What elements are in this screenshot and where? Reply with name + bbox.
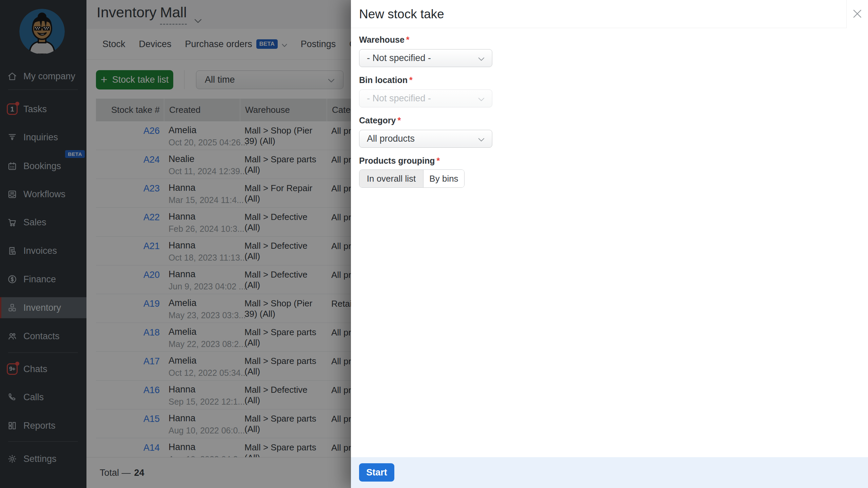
panel-title: New stock take: [359, 0, 444, 28]
category-select-value: All products: [367, 134, 415, 144]
required-asterisk: *: [437, 156, 440, 165]
field-label-products-grouping: Products grouping*: [359, 156, 501, 165]
panel-footer: Start: [351, 457, 868, 488]
warehouse-select[interactable]: - Not specified -: [359, 49, 492, 67]
chevron-down-icon: [478, 93, 485, 104]
bin-location-select-value: - Not specified -: [367, 93, 431, 104]
start-button[interactable]: Start: [359, 463, 394, 482]
category-select[interactable]: All products: [359, 130, 492, 148]
panel-header: New stock take: [351, 0, 868, 28]
field-label-warehouse: Warehouse*: [359, 35, 501, 44]
close-button[interactable]: [846, 0, 868, 28]
required-asterisk: *: [406, 35, 410, 44]
new-stock-take-panel: New stock take Warehouse* - Not specifie…: [351, 0, 868, 488]
required-asterisk: *: [409, 75, 413, 85]
bin-location-select: - Not specified -: [359, 89, 492, 107]
app-root: My company 1 Tasks Inquiries Bookings BE…: [0, 0, 868, 488]
chevron-down-icon: [478, 53, 485, 63]
grouping-option-overall-list[interactable]: In overall list: [359, 170, 423, 187]
products-grouping-toggle: In overall list By bins: [359, 169, 465, 188]
warehouse-select-value: - Not specified -: [367, 53, 431, 63]
panel-form: Warehouse* - Not specified - Bin locatio…: [359, 28, 501, 188]
chevron-down-icon: [478, 134, 485, 144]
required-asterisk: *: [397, 116, 401, 125]
field-label-category: Category*: [359, 116, 501, 125]
grouping-option-by-bins[interactable]: By bins: [423, 170, 464, 187]
modal-backdrop[interactable]: [0, 0, 351, 488]
close-icon: [853, 9, 862, 19]
field-label-bin-location: Bin location*: [359, 75, 501, 85]
